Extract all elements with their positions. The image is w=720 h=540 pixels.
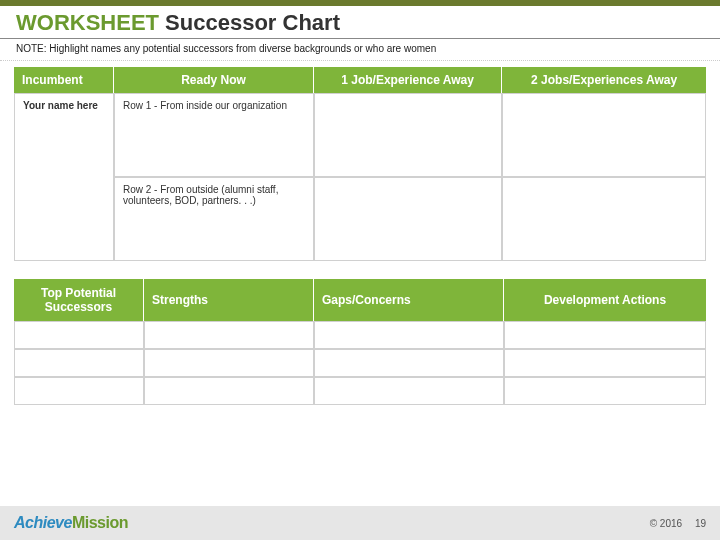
row2-ready: Row 2 - From outside (alumni staff, volu… <box>114 177 314 261</box>
incumbent-cell: Your name here <box>14 93 114 261</box>
col-gaps: Gaps/Concerns <box>314 279 504 321</box>
successor-table: Incumbent Ready Now 1 Job/Experience Awa… <box>14 67 706 261</box>
cell <box>314 377 504 405</box>
footer-right: © 2016 19 <box>640 518 706 529</box>
cell <box>504 349 706 377</box>
row2-two-away <box>502 177 706 261</box>
note-line: NOTE: Highlight names any potential succ… <box>0 41 720 61</box>
col-dev-actions: Development Actions <box>504 279 706 321</box>
row2-one-away <box>314 177 502 261</box>
footer-logo: AchieveMission <box>14 514 128 532</box>
table-row <box>14 349 706 377</box>
row1-one-away <box>314 93 502 177</box>
logo-part-achieve: Achieve <box>14 514 72 531</box>
table-row <box>14 377 706 405</box>
cell <box>14 349 144 377</box>
title-accent: WORKSHEET <box>16 10 159 35</box>
cell <box>314 349 504 377</box>
col-top-successors: Top Potential Successors <box>14 279 144 321</box>
cell <box>314 321 504 349</box>
col-two-away: 2 Jobs/Experiences Away <box>502 67 706 93</box>
table-row <box>14 321 706 349</box>
cell <box>504 321 706 349</box>
col-strengths: Strengths <box>144 279 314 321</box>
cell <box>14 321 144 349</box>
page-number: 19 <box>695 518 706 529</box>
col-ready-now: Ready Now <box>114 67 314 93</box>
page-title: WORKSHEET Successor Chart <box>16 10 704 36</box>
table-row: Row 2 - From outside (alumni staff, volu… <box>14 177 706 261</box>
cell <box>144 321 314 349</box>
cell <box>14 377 144 405</box>
content-area: Incumbent Ready Now 1 Job/Experience Awa… <box>0 67 720 405</box>
row1-two-away <box>502 93 706 177</box>
cell <box>144 377 314 405</box>
development-table-header-row: Top Potential Successors Strengths Gaps/… <box>14 279 706 321</box>
title-rest: Successor Chart <box>159 10 340 35</box>
cell <box>144 349 314 377</box>
logo-part-mission: Mission <box>72 514 128 531</box>
title-row: WORKSHEET Successor Chart <box>0 6 720 39</box>
cell <box>504 377 706 405</box>
footer-bar: AchieveMission © 2016 19 <box>0 506 720 540</box>
col-one-away: 1 Job/Experience Away <box>314 67 502 93</box>
copyright-text: © 2016 <box>650 518 682 529</box>
row1-ready: Row 1 - From inside our organization <box>114 93 314 177</box>
development-table: Top Potential Successors Strengths Gaps/… <box>14 279 706 405</box>
table-row: Your name here Row 1 - From inside our o… <box>14 93 706 177</box>
successor-table-header-row: Incumbent Ready Now 1 Job/Experience Awa… <box>14 67 706 93</box>
col-incumbent: Incumbent <box>14 67 114 93</box>
